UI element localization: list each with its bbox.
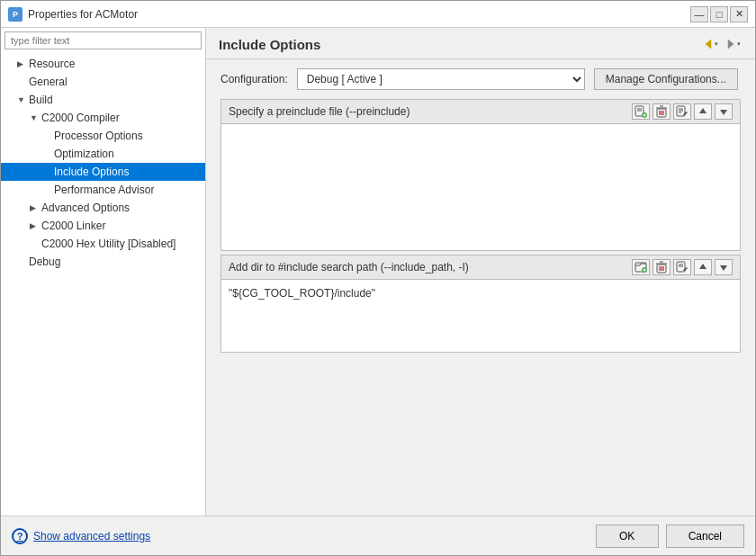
sidebar-item-resource[interactable]: ▶ Resource [1,55,205,73]
content-area: ▶ Resource General ▼ Build ▼ C2000 Compi… [1,28,755,516]
move-up-button-include-path[interactable] [694,259,712,275]
close-button[interactable]: ✕ [730,6,748,22]
sidebar: ▶ Resource General ▼ Build ▼ C2000 Compi… [1,28,206,516]
svg-marker-36 [720,265,727,271]
tree: ▶ Resource General ▼ Build ▼ C2000 Compi… [1,53,205,516]
sidebar-item-label: Processor Options [54,130,143,142]
svg-marker-2 [706,40,711,49]
cancel-button[interactable]: Cancel [666,525,744,548]
config-label: Configuration: [220,73,288,85]
dialog-buttons: OK Cancel [596,525,744,548]
config-select[interactable]: Debug [ Active ] Release [297,68,585,90]
include-path-content: "${CG_TOOL_ROOT}/include" [221,280,740,352]
svg-marker-35 [699,264,706,269]
title-bar-left: P Properties for ACMotor [8,7,138,22]
help-icon: ? [12,528,28,544]
panel-title: Include Options [219,37,320,52]
include-path-section: Add dir to #include search path (--inclu… [220,255,741,353]
move-up-button-preinclude[interactable] [694,103,712,120]
section-title-include-path: Add dir to #include search path (--inclu… [229,261,469,274]
add-file-button[interactable] [632,103,650,120]
expand-arrow: ▶ [30,221,39,230]
dialog-title: Properties for ACMotor [28,8,138,21]
filter-input[interactable] [4,31,202,49]
sidebar-item-optimization[interactable]: Optimization [1,145,205,163]
sidebar-item-build[interactable]: ▼ Build [1,91,205,109]
ok-button[interactable]: OK [596,525,659,548]
preinclude-content [221,124,740,250]
sidebar-item-label: C2000 Linker [41,220,105,232]
forward-button[interactable] [723,35,742,53]
sidebar-item-label: Resource [29,58,75,70]
svg-marker-21 [720,110,727,115]
sidebar-item-label: C2000 Compiler [41,112,120,124]
section-header-preinclude: Specify a preinclude file (--preinclude) [221,100,740,124]
main-panel: Include Options Configuration: Debug [ A… [206,28,755,516]
preinclude-section: Specify a preinclude file (--preinclude) [220,99,741,251]
sidebar-item-label: Build [29,94,53,106]
sidebar-item-c2000-hex-utility[interactable]: C2000 Hex Utility [Disabled] [1,235,205,253]
sections-area: Specify a preinclude file (--preinclude) [206,99,755,516]
add-dir-button[interactable] [632,259,650,275]
sidebar-item-debug[interactable]: Debug [1,253,205,271]
sidebar-item-label: Debug [29,256,60,268]
title-controls: — □ ✕ [690,6,748,22]
path-item: "${CG_TOOL_ROOT}/include" [229,285,733,301]
move-down-button-preinclude[interactable] [715,103,733,120]
sidebar-item-performance-advisor[interactable]: Performance Advisor [1,181,205,199]
sidebar-item-processor-options[interactable]: Processor Options [1,127,205,145]
sidebar-item-label: Advanced Options [41,202,130,214]
sidebar-item-label: Performance Advisor [54,184,154,196]
sidebar-item-c2000-linker[interactable]: ▶ C2000 Linker [1,217,205,235]
section-header-include-path: Add dir to #include search path (--inclu… [221,256,740,280]
section-title-preinclude: Specify a preinclude file (--preinclude) [229,105,410,118]
sidebar-item-general[interactable]: General [1,73,205,91]
move-down-button-include-path[interactable] [715,259,733,275]
back-button[interactable] [700,35,720,53]
svg-text:P: P [13,10,18,19]
dialog-icon: P [8,7,22,22]
sidebar-item-label: Include Options [54,166,129,178]
expand-arrow: ▶ [17,59,26,68]
title-bar: P Properties for ACMotor — □ ✕ [1,1,755,28]
minimize-button[interactable]: — [690,6,708,22]
svg-marker-20 [699,108,706,113]
main-dialog: P Properties for ACMotor — □ ✕ ▶ Resourc… [0,0,756,556]
manage-configurations-button[interactable]: Manage Configurations... [594,68,738,90]
section-toolbar-preinclude [632,103,733,120]
delete-button-preinclude[interactable] [652,103,670,120]
sidebar-item-label: C2000 Hex Utility [Disabled] [41,238,176,250]
config-row: Configuration: Debug [ Active ] Release … [206,59,755,99]
sidebar-item-include-options[interactable]: Include Options [1,163,205,181]
svg-marker-3 [728,40,734,49]
show-advanced-label: Show advanced settings [33,530,150,543]
nav-toolbar [700,35,742,53]
expand-arrow: ▼ [17,95,26,104]
expand-arrow: ▼ [30,113,39,122]
sidebar-item-label: General [29,76,68,88]
edit-button-include-path[interactable] [673,259,691,275]
sidebar-item-c2000-compiler[interactable]: ▼ C2000 Compiler [1,109,205,127]
edit-button-preinclude[interactable] [673,103,691,120]
show-advanced-settings[interactable]: ? Show advanced settings [12,528,150,544]
sidebar-item-advanced-options[interactable]: ▶ Advanced Options [1,199,205,217]
expand-arrow: ▶ [30,203,39,212]
delete-button-include-path[interactable] [652,259,670,275]
bottom-bar: ? Show advanced settings OK Cancel [1,516,755,555]
sidebar-item-label: Optimization [54,148,114,160]
section-toolbar-include-path [632,259,733,275]
maximize-button[interactable]: □ [710,6,728,22]
